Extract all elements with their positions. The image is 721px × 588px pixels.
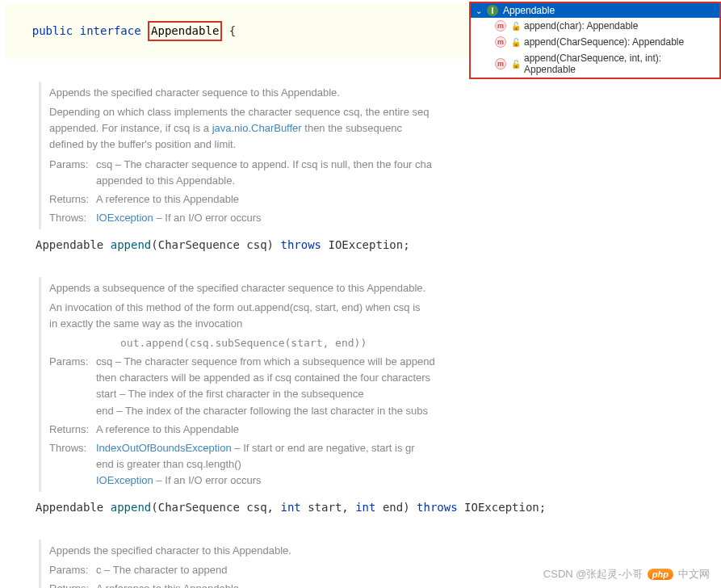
exception-link[interactable]: IndexOutOfBoundsException: [96, 442, 232, 454]
doc-code-example: out.append(csq.subSequence(start, end)): [120, 335, 721, 351]
javadoc-block-2: Appends a subsequence of the specified c…: [39, 277, 721, 493]
interface-icon: I: [487, 5, 498, 16]
method-signature-2: Appendable append(CharSequence csq, int …: [36, 498, 721, 516]
doc-detail: An invocation of this method of the form…: [49, 300, 721, 332]
lock-icon: 🔓: [511, 60, 519, 68]
doc-summary: Appends the specified character sequence…: [49, 85, 721, 101]
structure-method-item[interactable]: m 🔓 append(char): Appendable: [471, 18, 719, 34]
structure-method-item[interactable]: m 🔓 append(CharSequence, int, int): Appe…: [471, 50, 719, 78]
structure-header[interactable]: ⌄ I Appendable: [471, 3, 719, 18]
doc-params: Params: csq – The character sequence to …: [49, 157, 721, 189]
method-icon: m: [495, 36, 506, 48]
chevron-down-icon[interactable]: ⌄: [476, 6, 482, 15]
type-link-charbuffer[interactable]: java.nio.CharBuffer: [212, 122, 302, 134]
doc-returns: Returns: A reference to this Appendable: [49, 581, 721, 588]
site-label: 中文网: [678, 567, 710, 582]
csdn-attribution: CSDN @张起灵-小哥: [543, 567, 643, 582]
watermark: CSDN @张起灵-小哥 php 中文网: [543, 567, 710, 582]
doc-returns: Returns: A reference to this Appendable: [49, 422, 721, 438]
method-label: append(char): Appendable: [524, 20, 638, 32]
open-brace: {: [229, 24, 236, 37]
php-badge-icon: php: [648, 569, 673, 580]
exception-link[interactable]: IOException: [96, 212, 153, 224]
lock-icon: 🔓: [511, 38, 519, 46]
structure-view-panel[interactable]: ⌄ I Appendable m 🔓 append(char): Appenda…: [469, 2, 721, 79]
doc-detail: Depending on which class implements the …: [49, 104, 721, 153]
exception-link[interactable]: IOException: [96, 474, 153, 486]
keyword-public: public: [32, 24, 73, 37]
structure-method-item[interactable]: m 🔓 append(CharSequence): Appendable: [471, 34, 719, 50]
code-editor[interactable]: public interface Appendable { Appends th…: [0, 0, 721, 588]
structure-title: Appendable: [503, 5, 555, 16]
doc-throws: Throws: IOException – If an I/O error oc…: [49, 210, 721, 226]
lock-icon: 🔓: [511, 22, 519, 30]
class-name-highlighted: Appendable: [148, 21, 222, 41]
method-label: append(CharSequence, int, int): Appendab…: [524, 52, 715, 75]
method-signature-1: Appendable append(CharSequence csq) thro…: [36, 236, 721, 254]
doc-returns: Returns: A reference to this Appendable: [49, 191, 721, 208]
javadoc-block-1: Appends the specified character sequence…: [39, 82, 721, 229]
method-label: append(CharSequence): Appendable: [524, 36, 684, 48]
doc-throws: Throws: IndexOutOfBoundsException – If s…: [49, 440, 721, 489]
doc-params: Params: csq – The character sequence fro…: [49, 354, 721, 419]
method-icon: m: [495, 20, 506, 32]
keyword-interface: interface: [80, 24, 141, 37]
method-icon: m: [495, 58, 506, 69]
doc-summary: Appends the specified character to this …: [49, 543, 721, 559]
doc-summary: Appends a subsequence of the specified c…: [49, 280, 721, 296]
